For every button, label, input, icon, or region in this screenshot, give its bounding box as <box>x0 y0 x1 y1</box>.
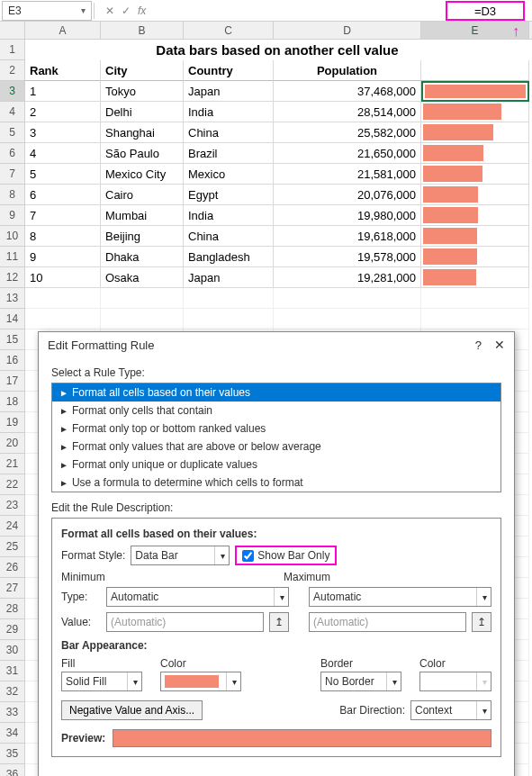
row-head-23[interactable]: 23 <box>0 495 25 516</box>
fx-icon[interactable]: fx <box>138 5 146 17</box>
row-head-1[interactable]: 1 <box>0 40 25 60</box>
min-type-combo[interactable]: Automatic▾ <box>106 587 289 607</box>
cell-city[interactable]: Tokyo <box>101 81 184 102</box>
row-head-4[interactable]: 4 <box>0 102 25 122</box>
bar-direction-combo[interactable]: Context▾ <box>410 700 491 720</box>
close-icon[interactable]: ✕ <box>494 338 505 352</box>
cell-bar[interactable] <box>421 102 529 122</box>
empty-cell[interactable] <box>274 288 421 309</box>
row-head-31[interactable]: 31 <box>0 661 25 681</box>
cell-pop[interactable]: 25,582,000 <box>274 122 421 143</box>
ref-button[interactable]: ↥ <box>472 612 491 632</box>
cell-country[interactable]: China <box>184 226 274 247</box>
header-rank[interactable]: Rank <box>25 60 101 81</box>
row-head-9[interactable]: 9 <box>0 205 25 226</box>
row-head-22[interactable]: 22 <box>0 474 25 495</box>
cell-rank[interactable]: 4 <box>25 143 101 164</box>
row-head-5[interactable]: 5 <box>0 122 25 143</box>
cell-rank[interactable]: 6 <box>25 185 101 205</box>
row-head-20[interactable]: 20 <box>0 433 25 454</box>
title-cell[interactable]: Data bars based on another cell value <box>25 40 529 60</box>
row-head-36[interactable]: 36 <box>0 764 25 776</box>
format-style-combo[interactable]: Data Bar ▾ <box>131 546 230 565</box>
rule-item-4[interactable]: ►Format only unique or duplicate values <box>52 456 500 474</box>
empty-cell[interactable] <box>25 288 101 309</box>
max-type-combo[interactable]: Automatic▾ <box>309 587 491 607</box>
cell-pop[interactable]: 21,581,000 <box>274 164 421 185</box>
rule-item-1[interactable]: ►Format only cells that contain <box>52 402 500 420</box>
cell-rank[interactable]: 2 <box>25 102 101 122</box>
empty-cell[interactable] <box>274 309 421 329</box>
empty-cell[interactable] <box>184 309 274 329</box>
cell-rank[interactable]: 9 <box>25 247 101 267</box>
accept-icon[interactable]: ✓ <box>122 5 131 17</box>
row-head-30[interactable]: 30 <box>0 640 25 661</box>
row-head-10[interactable]: 10 <box>0 226 25 247</box>
empty-cell[interactable] <box>101 309 184 329</box>
cell-bar[interactable] <box>421 143 529 164</box>
dialog-titlebar[interactable]: Edit Formatting Rule ? ✕ <box>39 332 514 357</box>
cell-pop[interactable]: 21,650,000 <box>274 143 421 164</box>
cell-bar[interactable] <box>421 267 529 288</box>
cell-pop[interactable]: 19,281,000 <box>274 267 421 288</box>
cell-city[interactable]: Mumbai <box>101 205 184 226</box>
cell-rank[interactable]: 10 <box>25 267 101 288</box>
cell-bar[interactable] <box>421 122 529 143</box>
row-head-28[interactable]: 28 <box>0 599 25 619</box>
cell-city[interactable]: Beijing <box>101 226 184 247</box>
cell-rank[interactable]: 7 <box>25 205 101 226</box>
header-pop[interactable]: Population <box>274 60 421 81</box>
col-header-a[interactable]: A <box>25 22 101 39</box>
cell-pop[interactable]: 37,468,000 <box>274 81 421 102</box>
rule-item-5[interactable]: ►Use a formula to determine which cells … <box>52 474 500 492</box>
empty-cell[interactable] <box>184 288 274 309</box>
rule-item-2[interactable]: ►Format only top or bottom ranked values <box>52 420 500 438</box>
row-head-29[interactable]: 29 <box>0 619 25 640</box>
col-header-d[interactable]: D <box>274 22 421 39</box>
cell-pop[interactable]: 19,578,000 <box>274 247 421 267</box>
empty-cell[interactable] <box>421 309 529 329</box>
row-head-33[interactable]: 33 <box>0 702 25 723</box>
cell-bar[interactable] <box>421 226 529 247</box>
row-head-7[interactable]: 7 <box>0 164 25 185</box>
ref-button[interactable]: ↥ <box>269 612 289 632</box>
rule-type-list[interactable]: ►Format all cells based on their values … <box>51 383 501 492</box>
name-box[interactable]: E3 ▾ <box>2 1 92 21</box>
header-city[interactable]: City <box>101 60 184 81</box>
cancel-icon[interactable]: ✕ <box>105 5 114 17</box>
cell-city[interactable]: Delhi <box>101 102 184 122</box>
rule-item-3[interactable]: ►Format only values that are above or be… <box>52 438 500 456</box>
cell-pop[interactable]: 28,514,000 <box>274 102 421 122</box>
cell-city[interactable]: Osaka <box>101 267 184 288</box>
row-head-24[interactable]: 24 <box>0 516 25 537</box>
header-e[interactable] <box>421 60 529 81</box>
cell-rank[interactable]: 1 <box>25 81 101 102</box>
rule-item-0[interactable]: ►Format all cells based on their values <box>52 383 500 402</box>
cell-bar[interactable] <box>421 185 529 205</box>
row-head-12[interactable]: 12 <box>0 267 25 288</box>
empty-cell[interactable] <box>421 288 529 309</box>
col-header-b[interactable]: B <box>101 22 184 39</box>
row-head-18[interactable]: 18 <box>0 392 25 412</box>
row-head-21[interactable]: 21 <box>0 454 25 474</box>
row-head-27[interactable]: 27 <box>0 578 25 599</box>
cell-country[interactable]: Brazil <box>184 143 274 164</box>
cell-city[interactable]: Dhaka <box>101 247 184 267</box>
cell-bar[interactable] <box>421 164 529 185</box>
help-icon[interactable]: ? <box>475 338 482 352</box>
row-head-19[interactable]: 19 <box>0 412 25 433</box>
cell-pop[interactable]: 19,980,000 <box>274 205 421 226</box>
row-head-16[interactable]: 16 <box>0 350 25 371</box>
header-country[interactable]: Country <box>184 60 274 81</box>
cell-pop[interactable]: 19,618,000 <box>274 226 421 247</box>
cell-country[interactable]: Japan <box>184 267 274 288</box>
cell-country[interactable]: India <box>184 205 274 226</box>
empty-cell[interactable] <box>101 288 184 309</box>
row-head-25[interactable]: 25 <box>0 537 25 557</box>
cell-country[interactable]: Bangladesh <box>184 247 274 267</box>
min-value-input[interactable]: (Automatic) <box>106 612 264 632</box>
cell-country[interactable]: India <box>184 102 274 122</box>
cell-city[interactable]: Shanghai <box>101 122 184 143</box>
fill-combo[interactable]: Solid Fill▾ <box>61 672 142 691</box>
negative-value-button[interactable]: Negative Value and Axis... <box>61 700 203 720</box>
